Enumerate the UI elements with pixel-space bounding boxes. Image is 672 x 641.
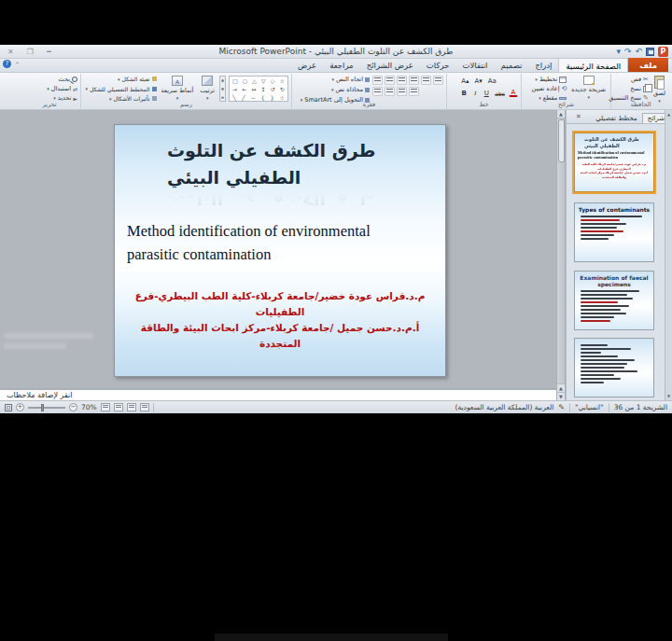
text-direction-button[interactable]: اتجاه النص▾ — [301, 76, 370, 83]
tab-2[interactable]: تصميم — [495, 58, 529, 72]
new-slide-button[interactable]: شريحة جديدة▾ — [569, 76, 608, 100]
qat-more-icon[interactable]: ▾ — [616, 48, 621, 56]
undo-icon[interactable]: ↶ — [635, 48, 642, 56]
slide-title[interactable]: طرق الكشف عن التلوث الطفيلي البيئي — [115, 125, 445, 191]
theme-name[interactable]: "انسيابي" — [575, 403, 604, 411]
align-right-icon[interactable] — [372, 87, 383, 96]
glyph-button[interactable]: ☆ — [278, 77, 287, 84]
numbering-icon[interactable] — [385, 76, 395, 85]
previous-slide-icon[interactable]: ▲ — [557, 383, 565, 392]
glyph-button[interactable]: B — [459, 88, 469, 98]
tab-4[interactable]: حركات — [420, 58, 456, 72]
tab-6[interactable]: مراجعة — [323, 58, 360, 72]
tab-file[interactable]: ملف — [628, 58, 668, 72]
tab-1[interactable]: إدراج — [528, 58, 558, 72]
zoom-in-icon[interactable]: + — [16, 403, 24, 411]
next-slide-icon[interactable]: ▼ — [557, 392, 565, 400]
view-reading-icon[interactable] — [114, 403, 123, 411]
slide-credits[interactable]: م.د.فراس عودة خضير/جامعة كربلاء-كلية الط… — [115, 288, 445, 352]
glyph-button[interactable]: ~ — [249, 93, 258, 101]
redo-icon[interactable]: ↷ — [624, 48, 632, 56]
glyph-button[interactable]: ↺ — [269, 85, 277, 92]
slide-thumbnail-2[interactable]: Types of contaminants — [574, 202, 654, 262]
align-text-button[interactable]: محاذاة نص▾ — [301, 86, 370, 93]
shapes-gallery[interactable]: □○△▽◇☆ →←↔↕↺↻ ╲╱~{}☆ — [229, 76, 288, 102]
glyph-button[interactable]: ↔ — [249, 85, 258, 92]
glyph-button[interactable]: ◇ — [269, 77, 277, 84]
copy-button[interactable]: نسخ — [609, 85, 649, 92]
shape-outline-button[interactable]: المخطط التفصيلي للشكل▾ — [85, 86, 156, 92]
glyph-button[interactable]: ╲ — [231, 93, 238, 101]
help-icon[interactable]: ? — [3, 60, 11, 68]
glyph-button[interactable]: ↻ — [278, 85, 287, 92]
glyph-button[interactable]: ☆ — [278, 93, 287, 101]
glyph-button[interactable]: A▾ — [473, 76, 484, 86]
indent-decrease-icon[interactable] — [397, 76, 407, 85]
tab-7[interactable]: عرض — [291, 58, 323, 72]
close-icon[interactable]: ✕ — [7, 48, 14, 56]
view-slideshow-icon[interactable] — [101, 403, 110, 411]
slide-subtitle[interactable]: Method identification of environmental p… — [115, 212, 445, 266]
bullets-icon[interactable] — [372, 76, 383, 85]
zoom-slider-thumb[interactable] — [41, 404, 44, 411]
zoom-out-icon[interactable]: − — [69, 403, 77, 411]
panel-scrollbar[interactable]: ▲▼ — [665, 110, 672, 400]
align-left-icon[interactable] — [397, 87, 407, 96]
view-sorter-icon[interactable] — [127, 403, 136, 411]
vertical-scrollbar[interactable]: ▲ ▲ ▼ — [556, 110, 566, 400]
glyph-button[interactable]: ↕ — [259, 85, 268, 92]
collapse-ribbon-icon[interactable]: ⌃ — [15, 61, 20, 67]
slide-thumbnail-1[interactable]: طرق الكشف عن التلوث الطفيلي البيئي Metho… — [574, 132, 654, 192]
slide-thumbnail-4[interactable] — [574, 338, 654, 397]
shape-fill-button[interactable]: تعبئة الشكل▾ — [85, 76, 156, 82]
fit-to-window-icon[interactable] — [5, 404, 12, 411]
glyph-button[interactable]: I — [470, 88, 480, 98]
spellcheck-icon[interactable]: ✎ — [558, 403, 565, 411]
slide-canvas[interactable]: طرق الكشف عن التلوث الطفيلي البيئي طرق ا… — [114, 124, 446, 377]
restore-icon[interactable]: ❐ — [27, 48, 34, 56]
minimize-icon[interactable]: ━ — [47, 48, 51, 56]
quick-styles-button[interactable]: A أنماط سريعة▾ — [160, 76, 196, 101]
tab-0[interactable]: الصفحة الرئيسية — [558, 58, 628, 72]
tab-outline[interactable]: مخطط تفصيلي — [591, 114, 642, 123]
zoom-level[interactable]: 70% — [81, 403, 97, 411]
indent-increase-icon[interactable] — [409, 76, 419, 85]
scroll-up-icon[interactable]: ▲ — [557, 110, 565, 118]
paste-button[interactable]: لصق▾ — [651, 76, 667, 104]
zoom-slider[interactable] — [28, 407, 65, 409]
glyph-button[interactable]: A — [509, 88, 518, 97]
glyph-button[interactable]: ← — [240, 85, 248, 92]
glyph-button[interactable]: ○ — [241, 77, 249, 84]
glyph-button[interactable]: ╱ — [240, 93, 247, 101]
slide-thumbnail-3[interactable]: Examination of faecal specimens — [574, 271, 654, 330]
reset-button[interactable]: ⟲إعادة تعيين — [532, 85, 567, 92]
glyph-button[interactable]: → — [231, 85, 239, 92]
glyph-button[interactable]: { — [259, 93, 267, 101]
tab-5[interactable]: عرض الشرائح — [360, 58, 420, 72]
glyph-button[interactable]: A▴ — [459, 76, 470, 86]
save-icon[interactable] — [646, 48, 654, 56]
panel-close-icon[interactable]: ✕ — [576, 113, 581, 120]
glyph-button[interactable]: Aa — [486, 76, 498, 86]
glyph-button[interactable]: U — [482, 88, 491, 98]
layout-button[interactable]: تخطيط▾ — [532, 76, 567, 83]
shapes-gallery-scrollbar[interactable]: ▲▼≡ — [219, 76, 226, 102]
columns-icon[interactable] — [433, 76, 443, 85]
line-spacing-icon[interactable] — [421, 76, 431, 85]
justify-icon[interactable] — [409, 87, 419, 96]
arrange-button[interactable]: ترتيب▾ — [198, 76, 217, 101]
replace-button[interactable]: ⇄استبدال▾ — [47, 85, 77, 92]
align-center-icon[interactable] — [385, 87, 395, 96]
glyph-button[interactable]: } — [269, 93, 276, 101]
notes-pane[interactable]: انقر لإضافة ملاحظات — [0, 388, 556, 400]
glyph-button[interactable]: △ — [250, 77, 259, 84]
tab-3[interactable]: انتقالات — [455, 58, 494, 72]
language-indicator[interactable]: العربية (المملكة العربية السعودية) — [455, 403, 554, 411]
glyph-button[interactable]: ▽ — [259, 77, 268, 84]
glyph-button[interactable]: □ — [231, 77, 240, 84]
cut-button[interactable]: ✂قص — [609, 76, 649, 83]
view-normal-icon[interactable] — [140, 403, 149, 411]
find-button[interactable]: بحث — [47, 76, 77, 83]
glyph-button[interactable]: abc — [493, 88, 507, 98]
scrollbar-thumb[interactable] — [558, 119, 565, 162]
